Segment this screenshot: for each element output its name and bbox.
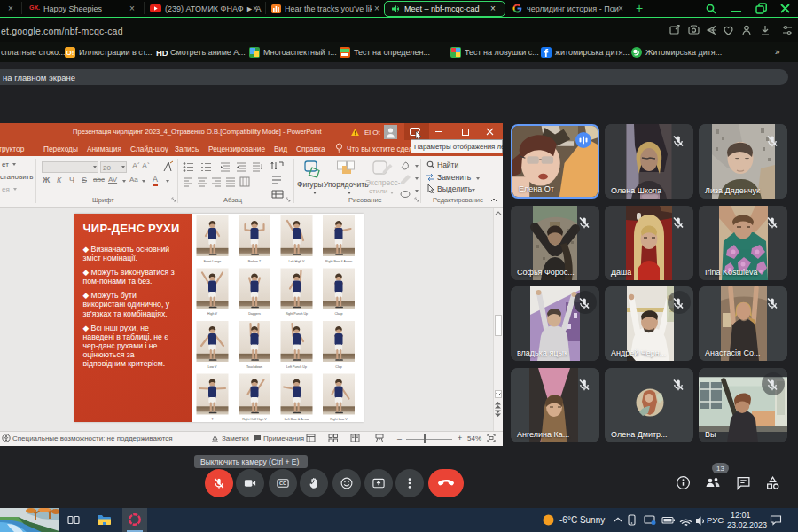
svg-text:Left Punch Up: Left Punch Up xyxy=(286,365,307,369)
svg-text:CC: CC xyxy=(279,481,286,486)
svg-text:Low V: Low V xyxy=(207,365,217,369)
svg-text:Right Punch Up: Right Punch Up xyxy=(285,312,307,316)
svg-text:High V: High V xyxy=(207,312,217,316)
svg-text:Touchdown: Touchdown xyxy=(246,365,262,369)
svg-text:Right Low V: Right Low V xyxy=(330,418,348,421)
svg-text:Daggers: Daggers xyxy=(248,312,261,316)
svg-text:Right Bow & Arrow: Right Bow & Arrow xyxy=(325,260,352,263)
svg-text:Broken T: Broken T xyxy=(247,260,261,263)
svg-text:Front Lunge: Front Lunge xyxy=(203,260,220,263)
svg-text:Clap: Clap xyxy=(335,365,341,369)
svg-text:Clasp: Clasp xyxy=(334,312,342,316)
svg-text:T: T xyxy=(211,418,214,421)
svg-text:Right Half High V: Right Half High V xyxy=(242,418,267,421)
svg-text:Left Bow & Arrow: Left Bow & Arrow xyxy=(284,418,309,421)
svg-text:O!: O! xyxy=(66,49,74,57)
svg-text:Left High V: Left High V xyxy=(288,260,304,263)
